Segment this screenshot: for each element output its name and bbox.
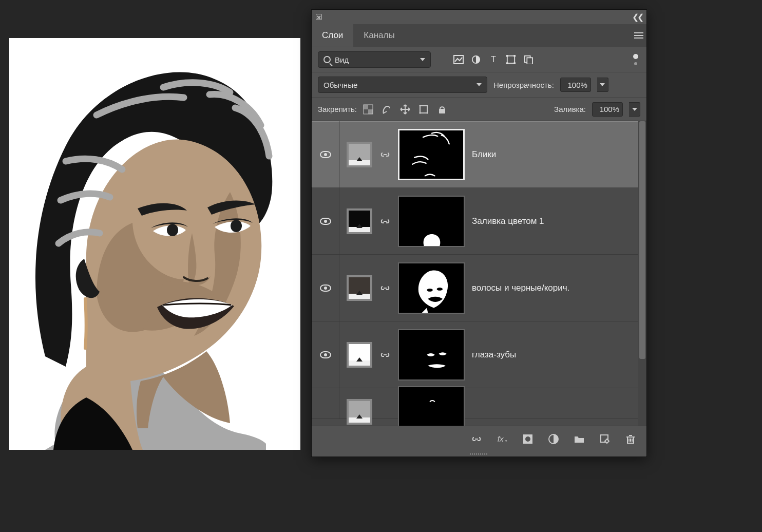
mask-link-icon[interactable] [379, 282, 391, 294]
svg-rect-16 [439, 109, 445, 113]
lock-artboard-icon[interactable] [418, 104, 429, 115]
svg-rect-7 [513, 55, 516, 57]
chevron-down-icon [420, 58, 425, 61]
scrollbar-thumb[interactable] [639, 121, 645, 359]
link-layers-icon[interactable] [471, 433, 482, 445]
svg-rect-15 [420, 106, 427, 113]
fill-color-thumbnail[interactable] [347, 342, 372, 368]
layer-mask-thumbnail[interactable] [398, 196, 465, 247]
fill-stepper[interactable] [629, 102, 640, 117]
filter-pixel-icon[interactable] [453, 55, 464, 64]
filter-row: Вид T [312, 47, 646, 72]
svg-rect-13 [364, 105, 368, 109]
filter-adjustment-icon[interactable] [471, 55, 481, 64]
panel-resize-grip[interactable] [312, 451, 646, 457]
add-mask-icon[interactable] [522, 433, 534, 445]
layer-name[interactable]: Блики [472, 149, 496, 160]
tab-layers[interactable]: Слои [312, 24, 353, 47]
opacity-stepper[interactable] [597, 78, 608, 92]
layer-name[interactable]: Заливка цветом 1 [472, 216, 544, 226]
layer-name[interactable]: глаза-зубы [472, 350, 516, 360]
panel-menu-icon[interactable] [631, 24, 646, 47]
svg-rect-8 [506, 62, 508, 64]
opacity-input[interactable]: 100% [560, 78, 591, 92]
visibility-toggle-icon[interactable] [320, 151, 331, 158]
panel-titlebar: ❮❮ [312, 10, 646, 24]
filter-shape-icon[interactable] [506, 55, 516, 64]
layer-row[interactable]: Заливка цветом 1 [312, 188, 638, 255]
visibility-toggle-icon[interactable] [320, 218, 331, 225]
layer-row[interactable]: волосы и черные/корич. [312, 255, 638, 321]
filter-smart-icon[interactable] [523, 55, 534, 64]
chevron-down-icon [477, 83, 482, 86]
layer-mask-thumbnail[interactable] [398, 386, 465, 426]
svg-rect-9 [513, 62, 516, 64]
lock-image-icon[interactable] [382, 104, 392, 115]
layer-list: Блики Заливка цветом 1 волосы и черные/к… [312, 121, 646, 426]
new-group-icon[interactable] [574, 433, 585, 445]
lock-position-icon[interactable] [400, 104, 410, 115]
layer-effects-icon[interactable]: fx [497, 433, 508, 445]
panel-collapse-button[interactable]: ❮❮ [632, 12, 642, 22]
fill-color-thumbnail[interactable] [347, 208, 372, 234]
fill-color-thumbnail[interactable] [347, 275, 372, 301]
mask-link-icon[interactable] [379, 349, 391, 360]
filter-type-icon[interactable]: T [488, 55, 499, 64]
lock-icons [363, 104, 447, 115]
delete-layer-icon[interactable] [625, 433, 636, 445]
filter-kind-label: Вид [335, 55, 349, 64]
mask-link-icon[interactable] [379, 216, 391, 227]
svg-point-17 [427, 288, 433, 291]
lock-row: Закрепить: Заливка: 100% [312, 97, 646, 121]
blend-mode-value: Обычные [323, 81, 357, 89]
svg-point-0 [167, 224, 178, 236]
panel-close-button[interactable] [316, 14, 322, 20]
fill-color-thumbnail[interactable] [347, 399, 372, 425]
tabs: Слои Каналы [312, 24, 646, 47]
layer-row[interactable]: Блики [312, 121, 638, 188]
search-icon [323, 56, 331, 63]
layer-mask-thumbnail[interactable] [398, 329, 465, 381]
visibility-toggle-icon[interactable] [320, 351, 331, 358]
filter-toggle-switch[interactable] [631, 52, 640, 67]
lock-transparency-icon[interactable] [363, 104, 373, 115]
layer-row[interactable]: глаза-зубы [312, 321, 638, 388]
new-layer-icon[interactable] [599, 433, 611, 445]
svg-rect-5 [507, 56, 515, 63]
fill-input[interactable]: 100% [592, 102, 623, 117]
svg-rect-6 [506, 55, 508, 57]
layer-mask-thumbnail[interactable] [398, 129, 465, 180]
fill-label: Заливка: [554, 105, 586, 113]
new-adjustment-icon[interactable] [548, 433, 559, 445]
layer-name[interactable]: волосы и черные/корич. [472, 283, 569, 293]
scrollbar[interactable] [638, 121, 646, 426]
layer-kind-filter[interactable]: Вид [318, 51, 431, 68]
layer-type-filters: T [453, 55, 534, 64]
svg-rect-14 [368, 109, 373, 114]
layer-row[interactable] [312, 388, 638, 419]
svg-point-1 [231, 220, 242, 232]
document-canvas[interactable] [9, 38, 300, 450]
svg-text:fx: fx [498, 434, 504, 443]
opacity-label: Непрозрачность: [493, 81, 554, 89]
lock-all-icon[interactable] [437, 104, 447, 115]
svg-text:T: T [491, 55, 496, 64]
blend-mode-select[interactable]: Обычные [318, 77, 487, 93]
svg-rect-11 [527, 58, 532, 64]
tab-channels[interactable]: Каналы [353, 24, 405, 47]
svg-point-21 [525, 436, 530, 442]
layers-bottom-toolbar: fx [312, 426, 646, 451]
fill-color-thumbnail[interactable] [347, 142, 372, 167]
blend-row: Обычные Непрозрачность: 100% [312, 72, 646, 97]
lock-label: Закрепить: [318, 105, 357, 113]
layer-mask-thumbnail[interactable] [398, 262, 465, 314]
mask-link-icon[interactable] [379, 149, 391, 160]
layers-panel: ❮❮ Слои Каналы Вид T Обычные Непрозрачно… [311, 9, 647, 457]
visibility-toggle-icon[interactable] [320, 284, 331, 292]
svg-point-18 [437, 288, 443, 291]
